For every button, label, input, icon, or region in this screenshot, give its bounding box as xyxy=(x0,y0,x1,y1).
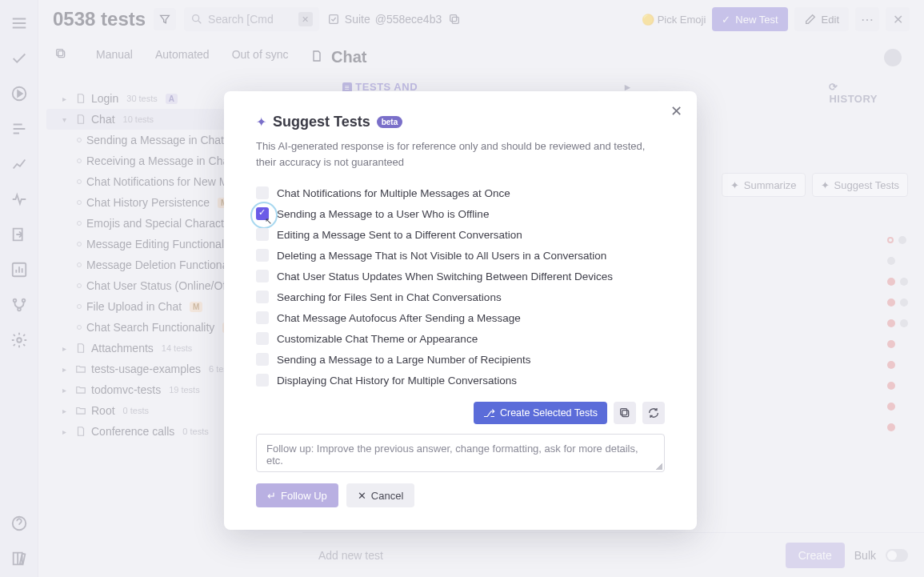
suggestion-item[interactable]: Searching for Files Sent in Chat Convers… xyxy=(256,286,665,307)
suggestion-item[interactable]: Customizable Chat Theme or Appearance xyxy=(256,328,665,349)
branch-icon: ⎇ xyxy=(483,407,495,419)
beta-badge: beta xyxy=(377,116,403,128)
refresh-button[interactable] xyxy=(642,402,665,424)
svg-rect-14 xyxy=(621,409,627,415)
checkbox[interactable]: ↖ xyxy=(256,207,269,220)
suggest-tests-modal: ✕ ✦ Suggest Tests beta This AI-generated… xyxy=(224,91,697,530)
follow-up-input[interactable]: Follow up: Improve the previous answer, … xyxy=(256,434,665,472)
checkbox[interactable] xyxy=(256,291,269,303)
suggestion-item[interactable]: Chat Message Autofocus After Sending a M… xyxy=(256,307,665,328)
checkbox[interactable] xyxy=(256,186,269,199)
suggestion-item[interactable]: Sending a Message to a Large Number of R… xyxy=(256,349,665,370)
follow-up-button[interactable]: ↵Follow Up xyxy=(256,483,338,507)
return-icon: ↵ xyxy=(267,490,276,502)
sparkle-icon: ✦ xyxy=(256,114,266,130)
cursor-icon: ↖ xyxy=(265,216,272,226)
suggestion-item[interactable]: Chat User Status Updates When Switching … xyxy=(256,266,665,286)
checkbox[interactable] xyxy=(256,249,269,262)
modal-close-button[interactable]: ✕ xyxy=(670,102,682,120)
checkbox[interactable] xyxy=(256,332,269,345)
suggestion-item[interactable]: Editing a Message Sent to a Different Co… xyxy=(256,224,665,245)
suggestion-item[interactable]: Chat Notifications for Multiple Messages… xyxy=(256,182,665,203)
checkbox[interactable] xyxy=(256,311,269,324)
close-icon: ✕ xyxy=(358,490,366,502)
suggestion-item[interactable]: Displaying Chat History for Multiple Con… xyxy=(256,370,665,391)
modal-disclaimer: This AI-generated response is for refere… xyxy=(256,138,665,170)
modal-title: Suggest Tests xyxy=(273,114,370,130)
checkbox[interactable] xyxy=(256,374,269,387)
checkbox[interactable] xyxy=(256,353,269,366)
create-selected-button[interactable]: ⎇Create Selected Tests xyxy=(474,402,607,424)
suggestion-item[interactable]: Deleting a Message That is Not Visible t… xyxy=(256,245,665,266)
copy-button[interactable] xyxy=(614,402,636,424)
checkbox[interactable] xyxy=(256,228,269,241)
suggestion-item[interactable]: ↖Sending a Message to a User Who is Offl… xyxy=(256,203,665,224)
cancel-button[interactable]: ✕Cancel xyxy=(346,483,414,507)
checkbox[interactable] xyxy=(256,270,269,282)
svg-rect-13 xyxy=(622,411,629,417)
